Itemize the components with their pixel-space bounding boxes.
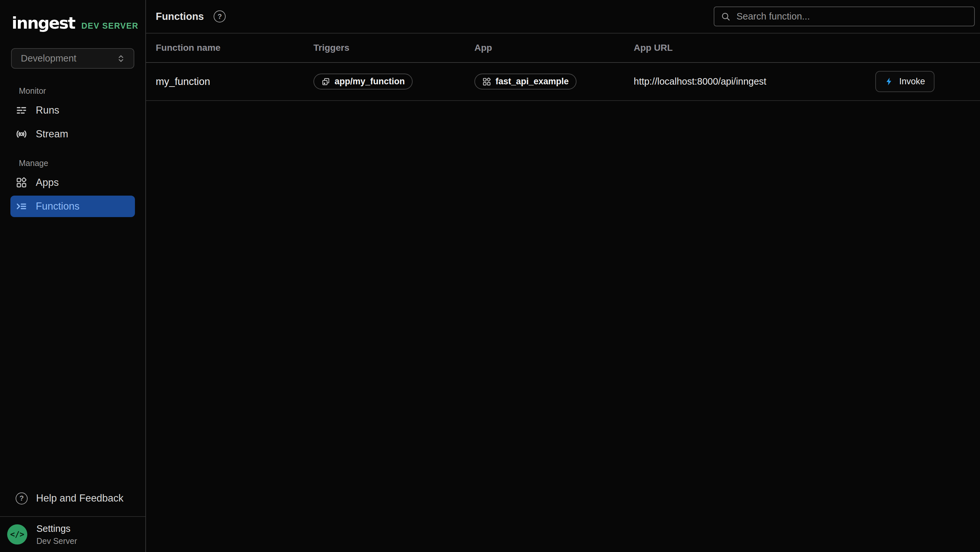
- sidebar-nav: Monitor Runs: [0, 86, 145, 219]
- column-app: App: [474, 43, 634, 53]
- search-box[interactable]: [714, 6, 975, 26]
- main-content: Functions ? Function name Triggers App A…: [146, 0, 980, 552]
- environment-selector-value: Development: [21, 53, 76, 64]
- table-row[interactable]: my_function app/my_function: [146, 63, 980, 101]
- app-url-cell: http://localhost:8000/api/inngest: [634, 76, 766, 86]
- app-badge-label: fast_api_example: [496, 77, 569, 86]
- sidebar-item-stream[interactable]: Stream: [10, 123, 135, 145]
- sidebar-item-label: Stream: [36, 128, 68, 140]
- app-badge[interactable]: fast_api_example: [474, 73, 576, 89]
- functions-icon: [16, 201, 27, 212]
- trigger-badge[interactable]: app/my_function: [313, 73, 413, 89]
- apps-icon: [482, 77, 491, 86]
- search-input[interactable]: [737, 11, 968, 22]
- bolt-icon: [885, 77, 894, 86]
- sidebar-item-functions[interactable]: Functions: [10, 196, 135, 217]
- page-title: Functions: [156, 11, 204, 22]
- nav-section-monitor-label: Monitor: [19, 86, 145, 96]
- brand-row: inngest DEV SERVER: [0, 0, 145, 31]
- column-app-url: App URL: [634, 43, 980, 53]
- table-header: Function name Triggers App App URL: [146, 34, 980, 63]
- nav-section-manage-label: Manage: [19, 158, 145, 168]
- invoke-button-label: Invoke: [899, 77, 925, 86]
- trigger-badge-label: app/my_function: [334, 77, 405, 86]
- settings-item[interactable]: </> Settings Dev Server: [0, 516, 145, 552]
- inngest-logo: inngest: [12, 15, 75, 31]
- nav-section-manage: Manage Apps: [0, 158, 145, 217]
- empty-area: [146, 101, 980, 552]
- sidebar: inngest DEV SERVER Development Monitor: [0, 0, 146, 552]
- column-triggers: Triggers: [313, 43, 474, 53]
- runs-icon: [16, 104, 27, 116]
- column-function-name: Function name: [156, 43, 313, 53]
- sidebar-item-label: Apps: [36, 177, 59, 188]
- chevron-up-down-icon: [116, 54, 126, 64]
- help-and-feedback-label: Help and Feedback: [36, 493, 124, 504]
- settings-title: Settings: [37, 523, 77, 534]
- environment-selector[interactable]: Development: [11, 48, 134, 69]
- function-name-cell: my_function: [156, 76, 210, 87]
- settings-text: Settings Dev Server: [37, 523, 77, 546]
- search-icon: [721, 12, 730, 21]
- sidebar-spacer: [0, 219, 145, 485]
- question-icon: ?: [16, 493, 28, 504]
- help-and-feedback-item[interactable]: ? Help and Feedback: [10, 488, 135, 509]
- sidebar-item-label: Functions: [36, 201, 80, 212]
- settings-subtitle: Dev Server: [37, 536, 77, 546]
- help-icon[interactable]: ?: [214, 10, 226, 22]
- sidebar-item-apps[interactable]: Apps: [10, 172, 135, 193]
- dev-server-badge: DEV SERVER: [81, 21, 138, 30]
- sidebar-item-runs[interactable]: Runs: [10, 100, 135, 121]
- app-window: inngest DEV SERVER Development Monitor: [0, 0, 980, 552]
- main-header: Functions ?: [146, 0, 980, 34]
- event-frame-icon: [321, 77, 330, 86]
- sidebar-item-label: Runs: [36, 104, 59, 116]
- apps-icon: [16, 177, 27, 188]
- invoke-cell: Invoke: [875, 71, 934, 92]
- nav-section-monitor: Monitor Runs: [0, 86, 145, 145]
- stream-icon: [16, 128, 27, 140]
- title-group: Functions ?: [156, 10, 226, 22]
- invoke-button[interactable]: Invoke: [875, 71, 934, 92]
- code-icon: </>: [7, 524, 27, 544]
